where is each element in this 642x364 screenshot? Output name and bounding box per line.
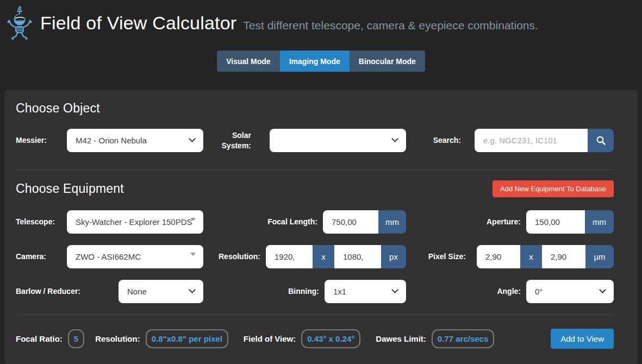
chevron-down-icon	[189, 286, 196, 293]
dawes-limit-badge: 0.77 arc/secs	[432, 329, 494, 348]
angle-label: Angle:	[406, 286, 526, 297]
focal-length-unit: mm	[378, 210, 406, 234]
dropdown-triangle-icon	[190, 218, 196, 221]
dropdown-triangle-icon	[190, 253, 196, 256]
focal-ratio-label: Focal Ratio:	[16, 334, 63, 343]
camera-label: Camera:	[16, 252, 67, 262]
resolution-separator: x	[313, 245, 334, 268]
resolution-group: x px	[266, 245, 406, 268]
tab-visual-mode[interactable]: Visual Mode	[217, 51, 279, 72]
focal-length-group: mm	[323, 210, 406, 234]
resolution-width-input[interactable]	[266, 245, 313, 268]
results-bar: Focal Ratio: 5 Resolution: 0.8"x0.8" per…	[16, 328, 614, 349]
search-label: Search:	[406, 135, 475, 146]
messier-select-value: M42 - Orion Nebula	[76, 136, 147, 145]
solar-system-label: Solar System:	[203, 130, 270, 151]
tab-binocular-mode[interactable]: Binocular Mode	[350, 51, 425, 72]
binning-select-value: 1x1	[333, 287, 346, 296]
page-title: Field of View Calculator	[40, 12, 236, 34]
chevron-down-icon	[391, 286, 398, 293]
aperture-input[interactable]	[526, 210, 585, 234]
search-icon	[596, 135, 606, 146]
camera-select-value: ZWO - ASI662MC	[76, 252, 141, 261]
aperture-group: mm	[526, 210, 614, 234]
resolution-unit: px	[381, 245, 406, 268]
barlow-select-value: None	[127, 287, 147, 296]
telescope-select-value: Sky-Watcher - Explorer 150PDS	[76, 217, 192, 227]
pixel-size-label: Pixel Size:	[406, 252, 477, 262]
search-input[interactable]	[475, 129, 588, 152]
object-row: Messier: M42 - Orion Nebula Solar System…	[16, 129, 614, 152]
chevron-down-icon	[189, 135, 196, 142]
binning-label: Binning:	[203, 286, 325, 297]
resolution-result-label: Resolution:	[95, 334, 140, 343]
telescope-row: Telescope: Sky-Watcher - Explorer 150PDS…	[16, 210, 614, 234]
messier-label: Messier:	[16, 135, 67, 146]
focal-length-label: Focal Length:	[203, 217, 323, 227]
telescope-label: Telescope:	[16, 217, 67, 227]
telescope-select[interactable]: Sky-Watcher - Explorer 150PDS	[67, 210, 203, 234]
focal-ratio-badge: 5	[68, 329, 84, 348]
equipment-header: Choose Equipment Add New Equipment To Da…	[16, 180, 614, 197]
choose-object-heading: Choose Object	[16, 101, 614, 116]
header: Field of View Calculator Test different …	[0, 0, 642, 40]
pixel-size-y-input[interactable]	[542, 245, 585, 268]
aperture-label: Aperture:	[406, 217, 526, 227]
pixel-size-x-input[interactable]	[477, 245, 520, 268]
resolution-height-input[interactable]	[334, 245, 381, 268]
fov-calculator-page: Field of View Calculator Test different …	[0, 0, 642, 364]
resolution-label: Resolution:	[203, 252, 266, 262]
angle-select[interactable]: 0°	[526, 280, 614, 303]
camera-select[interactable]: ZWO - ASI662MC	[67, 245, 203, 268]
page-subtitle: Test different telescope, camera & eyepi…	[243, 19, 538, 32]
section-divider	[16, 315, 614, 315]
mode-tabs: Visual Mode Imaging Mode Binocular Mode	[0, 51, 642, 72]
dawes-limit-label: Dawes Limit:	[376, 334, 426, 343]
calculator-panel: Choose Object Messier: M42 - Orion Nebul…	[4, 90, 638, 364]
aperture-unit: mm	[585, 210, 614, 234]
chevron-down-icon	[391, 135, 398, 142]
add-equipment-button[interactable]: Add New Equipment To Database	[493, 180, 614, 197]
robot-logo-icon	[4, 5, 35, 40]
barlow-label: Barlow / Reducer:	[16, 286, 119, 297]
choose-equipment-heading: Choose Equipment	[16, 181, 124, 196]
search-group	[475, 129, 614, 152]
section-divider	[16, 170, 614, 170]
search-button[interactable]	[588, 129, 614, 152]
angle-select-value: 0°	[535, 287, 543, 296]
barlow-row: Barlow / Reducer: None Binning: 1x1 Angl…	[16, 280, 614, 303]
pixel-size-group: x µm	[477, 245, 614, 268]
pixel-size-unit: µm	[585, 245, 614, 268]
solar-system-select[interactable]	[270, 129, 406, 152]
add-to-view-button[interactable]: Add to View	[551, 329, 614, 349]
chevron-down-icon	[599, 286, 606, 293]
fov-label: Field of View:	[244, 334, 296, 343]
camera-row: Camera: ZWO - ASI662MC Resolution: x px …	[16, 245, 614, 268]
resolution-result-badge: 0.8"x0.8" per pixel	[146, 329, 228, 348]
binning-select[interactable]: 1x1	[325, 280, 406, 303]
messier-select[interactable]: M42 - Orion Nebula	[67, 129, 203, 152]
pixel-size-separator: x	[520, 245, 542, 268]
tab-imaging-mode[interactable]: Imaging Mode	[280, 51, 350, 72]
fov-badge: 0.43° x 0.24°	[301, 329, 360, 348]
barlow-select[interactable]: None	[119, 280, 203, 303]
focal-length-input[interactable]	[323, 210, 378, 234]
